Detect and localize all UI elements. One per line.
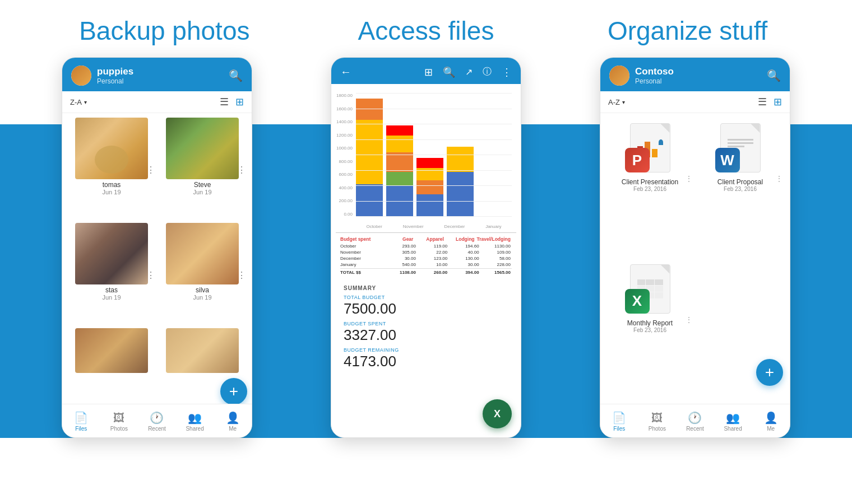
bar-january bbox=[447, 99, 474, 217]
photo-more-silva[interactable]: ⋮ bbox=[237, 270, 246, 281]
excel-badge: X bbox=[625, 289, 650, 314]
photo-more-tomas[interactable]: ⋮ bbox=[146, 165, 155, 175]
backup-recent-icon: 🕐 bbox=[150, 411, 164, 424]
access-excel-fab[interactable]: X bbox=[483, 399, 512, 428]
photo-name-stas: stas bbox=[105, 286, 118, 294]
organize-files-label: Files bbox=[613, 426, 625, 432]
file-item-proposal[interactable]: W Client Proposal Feb 23, 2016 ⋮ bbox=[697, 120, 783, 256]
photo-name-steve: Steve bbox=[194, 181, 211, 189]
photo-name-tomas: tomas bbox=[103, 181, 121, 189]
heading-organize: Organize stuff bbox=[558, 16, 817, 46]
backup-nav-recent[interactable]: 🕐 Recent bbox=[138, 411, 176, 432]
summary-total-budget-label: TOTAL BUDGET bbox=[344, 295, 508, 300]
table-row-january: January 540.00 10.00 30.00 228.00 bbox=[340, 262, 512, 267]
phone-organize-device: Contoso Personal 🔍 A-Z ▾ ☰ ⊞ bbox=[600, 57, 790, 438]
access-grid-icon[interactable]: ⊞ bbox=[424, 66, 433, 78]
file-more-proposal[interactable]: ⋮ bbox=[775, 174, 783, 183]
access-back-icon[interactable]: ← bbox=[340, 66, 351, 78]
backup-header: puppies Personal 🔍 bbox=[62, 58, 252, 91]
summary-budget-spent-label: BUDGET SPENT bbox=[344, 321, 508, 326]
backup-grid-icon[interactable]: ⊞ bbox=[235, 96, 244, 108]
access-info-icon[interactable]: ⓘ bbox=[483, 66, 492, 78]
organize-toolbar: A-Z ▾ ☰ ⊞ bbox=[600, 91, 790, 113]
access-more-icon[interactable]: ⋮ bbox=[502, 66, 512, 78]
file-more-presentation[interactable]: ⋮ bbox=[685, 174, 693, 183]
summary-budget-remaining-label: BUDGET REMAINING bbox=[344, 347, 508, 353]
file-date-report: Feb 23, 2016 bbox=[633, 327, 666, 333]
organize-fab-add[interactable]: + bbox=[756, 359, 783, 386]
file-item-presentation[interactable]: P Client Presentation Feb 23, 2016 ⋮ bbox=[607, 120, 693, 256]
photo-item-extra2[interactable]: + bbox=[158, 328, 247, 399]
photo-name-silva: silva bbox=[196, 286, 209, 294]
photo-date-steve: Jun 19 bbox=[193, 189, 211, 195]
organize-list-icon[interactable]: ☰ bbox=[758, 96, 767, 108]
photo-item-tomas[interactable]: tomas Jun 19 ⋮ bbox=[67, 118, 156, 222]
file-item-report[interactable]: X Monthly Report Feb 23, 2016 ⋮ bbox=[607, 261, 693, 398]
organize-file-grid: P Client Presentation Feb 23, 2016 ⋮ bbox=[600, 113, 790, 404]
organize-nav-me[interactable]: 👤 Me bbox=[752, 411, 790, 432]
photo-more-stas[interactable]: ⋮ bbox=[146, 270, 155, 281]
organize-me-icon: 👤 bbox=[764, 411, 778, 424]
backup-photos-label: Photos bbox=[110, 426, 128, 432]
photo-more-steve[interactable]: ⋮ bbox=[237, 165, 246, 175]
bar-october bbox=[356, 99, 383, 217]
organize-shared-label: Shared bbox=[724, 426, 742, 432]
organize-nav-photos[interactable]: 🖼 Photos bbox=[638, 412, 677, 432]
access-search-icon[interactable]: 🔍 bbox=[443, 66, 455, 78]
headings-row: Backup photos Access files Organize stuf… bbox=[0, 0, 852, 57]
file-name-proposal: Client Proposal bbox=[717, 178, 763, 186]
organize-sort[interactable]: A-Z ▾ bbox=[608, 98, 625, 106]
table-row-october: October 293.00 119.00 194.60 1130.00 bbox=[340, 244, 512, 249]
summary-budget-remaining: 4173.00 bbox=[344, 353, 508, 370]
organize-nav-recent[interactable]: 🕐 Recent bbox=[676, 411, 714, 432]
organize-photos-icon: 🖼 bbox=[651, 412, 663, 424]
backup-folder-name: puppies bbox=[97, 66, 133, 77]
phones-row: puppies Personal 🔍 Z-A ▾ ☰ ⊞ bbox=[0, 57, 852, 438]
access-chart: 1800.00 1600.00 1400.00 1200.00 1000.00 … bbox=[336, 87, 516, 233]
word-badge: W bbox=[715, 148, 740, 172]
file-icon-proposal: W bbox=[715, 120, 766, 176]
photo-date-silva: Jun 19 bbox=[193, 294, 211, 301]
bar-november bbox=[386, 99, 413, 217]
photo-item-stas[interactable]: stas Jun 19 ⋮ bbox=[67, 223, 156, 327]
backup-shared-icon: 👥 bbox=[188, 411, 202, 424]
photo-item-steve[interactable]: Steve Jun 19 ⋮ bbox=[158, 118, 247, 222]
organize-nav-shared[interactable]: 👥 Shared bbox=[714, 411, 752, 432]
powerpoint-badge: P bbox=[625, 148, 650, 172]
organize-avatar bbox=[609, 66, 629, 86]
organize-search-icon[interactable]: 🔍 bbox=[767, 69, 781, 82]
backup-sort[interactable]: Z-A ▾ bbox=[70, 98, 87, 106]
heading-backup: Backup photos bbox=[35, 16, 294, 46]
photo-date-tomas: Jun 19 bbox=[102, 189, 121, 195]
col-header-budget: Budget spent bbox=[340, 236, 384, 242]
file-more-report[interactable]: ⋮ bbox=[685, 315, 693, 324]
organize-grid-icon[interactable]: ⊞ bbox=[774, 96, 782, 108]
access-header-icons: ⊞ 🔍 ↗ ⓘ ⋮ bbox=[424, 66, 512, 78]
photo-item-extra1[interactable] bbox=[67, 328, 156, 399]
backup-list-icon[interactable]: ☰ bbox=[220, 96, 229, 108]
backup-nav-files[interactable]: 📄 Files bbox=[62, 411, 100, 432]
file-icon-presentation: P bbox=[625, 120, 675, 176]
heading-access: Access files bbox=[297, 16, 555, 46]
backup-me-icon: 👤 bbox=[226, 411, 240, 424]
organize-nav-files[interactable]: 📄 Files bbox=[600, 411, 638, 432]
phone-organize: Contoso Personal 🔍 A-Z ▾ ☰ ⊞ bbox=[600, 57, 790, 438]
backup-nav-me[interactable]: 👤 Me bbox=[214, 411, 252, 432]
backup-recent-label: Recent bbox=[148, 426, 166, 432]
backup-fab-add[interactable]: + bbox=[220, 378, 247, 404]
phone-access-device: ← ⊞ 🔍 ↗ ⓘ ⋮ bbox=[331, 57, 521, 438]
backup-me-label: Me bbox=[229, 426, 237, 432]
table-header: Budget spent Gear Apparel Lodging Travel… bbox=[340, 236, 512, 242]
backup-folder-type: Personal bbox=[97, 77, 133, 85]
backup-search-icon[interactable]: 🔍 bbox=[229, 69, 243, 82]
backup-files-icon: 📄 bbox=[74, 411, 88, 424]
backup-bottom-nav: 📄 Files 🖼 Photos 🕐 Recent 👥 Shared bbox=[62, 404, 252, 437]
backup-photo-grid: tomas Jun 19 ⋮ Steve Jun 19 ⋮ sta bbox=[62, 113, 252, 404]
chart-y-labels: 1800.00 1600.00 1400.00 1200.00 1000.00 … bbox=[336, 93, 355, 217]
organize-toolbar-right: ☰ ⊞ bbox=[758, 96, 782, 108]
phone-access: ← ⊞ 🔍 ↗ ⓘ ⋮ bbox=[331, 57, 521, 438]
backup-nav-photos[interactable]: 🖼 Photos bbox=[100, 412, 138, 432]
access-share-icon[interactable]: ↗ bbox=[465, 67, 473, 77]
backup-nav-shared[interactable]: 👥 Shared bbox=[176, 411, 214, 432]
photo-item-silva[interactable]: silva Jun 19 ⋮ bbox=[158, 223, 247, 327]
